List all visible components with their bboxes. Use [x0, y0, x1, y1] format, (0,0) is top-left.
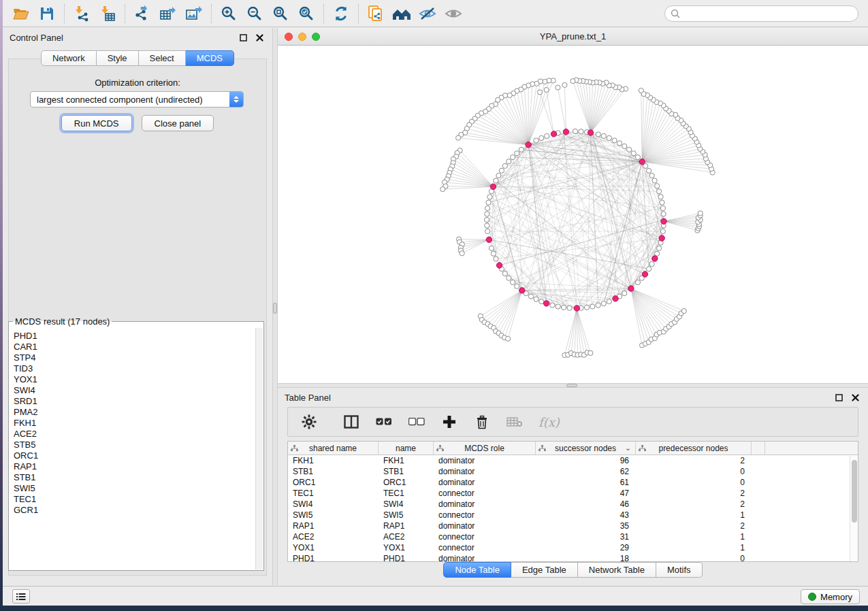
network-node[interactable] — [544, 87, 549, 92]
mcds-result-item[interactable]: RAP1 — [14, 461, 255, 472]
copy-network-view-icon[interactable] — [363, 2, 389, 25]
mcds-network-node[interactable] — [543, 301, 549, 306]
mcds-result-item[interactable]: SRD1 — [14, 396, 255, 407]
scrollbar-thumb[interactable] — [852, 460, 857, 523]
network-node[interactable] — [510, 154, 515, 159]
network-node[interactable] — [681, 308, 686, 313]
network-node[interactable] — [485, 212, 489, 216]
export-table-icon[interactable] — [155, 2, 181, 25]
network-node[interactable] — [505, 336, 510, 341]
column-header-predecessor-nodes[interactable]: predecessor nodes — [636, 442, 752, 455]
mcds-result-item[interactable]: TEC1 — [14, 494, 255, 505]
column-header-mcds-role[interactable]: MCDS role — [434, 442, 536, 455]
network-node[interactable] — [502, 163, 507, 168]
network-node[interactable] — [617, 141, 622, 146]
network-node[interactable] — [660, 229, 665, 233]
network-node[interactable] — [601, 133, 606, 138]
network-node[interactable] — [631, 151, 636, 156]
import-table-icon[interactable] — [95, 2, 120, 25]
search-input[interactable] — [664, 5, 858, 22]
mcds-network-node[interactable] — [563, 129, 568, 135]
memory-button[interactable]: Memory — [801, 589, 860, 604]
network-node[interactable] — [661, 212, 666, 216]
network-node[interactable] — [539, 299, 544, 304]
show-all-icon[interactable] — [440, 2, 466, 25]
float-panel-icon[interactable] — [237, 31, 249, 44]
table-row[interactable]: FKH1FKH1dominator962 — [288, 455, 858, 466]
network-node[interactable] — [652, 178, 657, 183]
network-node[interactable] — [649, 173, 654, 178]
network-node[interactable] — [440, 186, 445, 191]
float-panel-icon[interactable] — [833, 391, 845, 403]
save-session-icon[interactable] — [34, 2, 60, 25]
network-node[interactable] — [622, 291, 627, 295]
network-node[interactable] — [612, 138, 617, 143]
network-node[interactable] — [590, 304, 595, 309]
mcds-result-item[interactable]: SWI4 — [14, 385, 255, 396]
network-node[interactable] — [494, 178, 498, 183]
network-node[interactable] — [607, 135, 611, 140]
zoom-in-icon[interactable] — [216, 2, 242, 25]
network-node[interactable] — [515, 151, 519, 156]
mcds-network-node[interactable] — [574, 306, 579, 311]
tab-motifs[interactable]: Motifs — [656, 562, 703, 578]
mcds-result-item[interactable]: GCR1 — [14, 505, 255, 516]
mcds-network-node[interactable] — [642, 271, 647, 277]
network-node[interactable] — [556, 304, 560, 309]
network-node[interactable] — [486, 200, 491, 205]
network-node[interactable] — [519, 147, 524, 152]
horizontal-splitter[interactable] — [278, 383, 868, 388]
mcds-result-scrollbar[interactable] — [255, 328, 263, 569]
network-node[interactable] — [698, 211, 703, 216]
mcds-result-item[interactable]: PMA2 — [14, 407, 255, 418]
mcds-network-node[interactable] — [496, 263, 502, 268]
zoom-out-icon[interactable] — [242, 2, 268, 25]
close-panel-icon[interactable] — [849, 391, 861, 403]
select-all-columns-icon[interactable] — [375, 413, 393, 431]
network-canvas[interactable] — [278, 46, 868, 383]
network-node[interactable] — [550, 303, 555, 308]
column-header-successor-nodes[interactable]: successor nodes⌄ — [536, 442, 636, 455]
network-node[interactable] — [502, 271, 507, 276]
mcds-network-node[interactable] — [519, 288, 525, 293]
table-row[interactable]: YOX1YOX1connector291 — [288, 542, 858, 553]
table-row[interactable]: RAP1RAP1dominator352 — [288, 521, 858, 531]
network-node[interactable] — [660, 205, 665, 210]
network-node[interactable] — [658, 195, 663, 199]
mcds-result-item[interactable]: SWI5 — [14, 483, 255, 494]
network-node[interactable] — [456, 135, 461, 140]
network-node[interactable] — [635, 280, 640, 284]
network-node[interactable] — [657, 246, 662, 250]
mcds-result-item[interactable]: ORC1 — [14, 450, 255, 461]
tab-edge-table[interactable]: Edge Table — [511, 562, 578, 578]
network-node[interactable] — [607, 299, 611, 304]
network-node[interactable] — [494, 257, 498, 261]
table-row[interactable]: SWI4SWI4dominator462 — [288, 499, 858, 510]
export-image-icon[interactable] — [181, 2, 207, 25]
network-node[interactable] — [507, 276, 511, 280]
network-node[interactable] — [460, 251, 464, 256]
network-node[interactable] — [657, 189, 662, 194]
run-mcds-button[interactable]: Run MCDS — [61, 115, 132, 131]
network-node[interactable] — [579, 129, 583, 134]
network-node[interactable] — [646, 267, 651, 271]
show-column-panel-icon[interactable] — [342, 413, 360, 431]
mcds-network-node[interactable] — [526, 142, 531, 148]
tab-style[interactable]: Style — [97, 50, 139, 66]
delete-column-trash-icon[interactable] — [473, 413, 491, 431]
mcds-result-item[interactable]: CAR1 — [14, 342, 255, 352]
network-node[interactable] — [596, 303, 600, 308]
network-node[interactable] — [496, 173, 501, 178]
export-network-icon[interactable] — [129, 2, 155, 25]
network-node[interactable] — [639, 88, 643, 93]
network-node[interactable] — [561, 305, 566, 310]
network-node[interactable] — [499, 168, 504, 173]
table-row[interactable]: ACE2ACE2connector311 — [288, 531, 858, 542]
table-scrollbar[interactable] — [850, 456, 858, 561]
network-node[interactable] — [596, 132, 600, 137]
network-node[interactable] — [484, 217, 489, 222]
close-panel-icon[interactable] — [253, 31, 266, 44]
mcds-network-node[interactable] — [652, 256, 658, 261]
network-node[interactable] — [485, 229, 490, 233]
mcds-result-list[interactable]: PHD1CAR1STP4TID3YOX1SWI4SRD1PMA2FKH1ACE2… — [10, 328, 255, 569]
